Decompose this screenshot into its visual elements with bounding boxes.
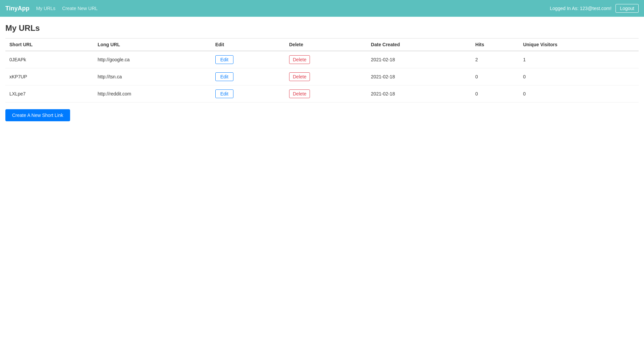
col-edit: Edit — [211, 39, 285, 51]
short-url-cell: LXLpe7 — [5, 85, 94, 103]
date-created-cell: 2021-02-18 — [367, 68, 471, 85]
col-hits: Hits — [471, 39, 519, 51]
date-created-cell: 2021-02-18 — [367, 51, 471, 68]
hits-cell: 0 — [471, 85, 519, 103]
logged-in-label: Logged In As: 123@test.com! — [550, 6, 611, 11]
short-url-cell: xKP7UP — [5, 68, 94, 85]
unique-visitors-cell: 1 — [519, 51, 639, 68]
edit-cell: Edit — [211, 85, 285, 103]
col-short-url: Short URL — [5, 39, 94, 51]
col-long-url: Long URL — [94, 39, 211, 51]
logout-button[interactable]: Logout — [615, 4, 639, 13]
navbar-left: TinyApp My URLs Create New URL — [5, 5, 98, 12]
hits-cell: 0 — [471, 68, 519, 85]
edit-cell: Edit — [211, 51, 285, 68]
long-url-cell: http://reddit.com — [94, 85, 211, 103]
delete-button[interactable]: Delete — [289, 89, 310, 98]
table-body: 0JEAPk http://google.ca Edit Delete 2021… — [5, 51, 639, 103]
main-content: My URLs Short URL Long URL Edit Delete D… — [0, 17, 644, 128]
hits-cell: 2 — [471, 51, 519, 68]
navbar-brand[interactable]: TinyApp — [5, 5, 30, 12]
nav-create-new-url[interactable]: Create New URL — [62, 6, 98, 11]
table-row: 0JEAPk http://google.ca Edit Delete 2021… — [5, 51, 639, 68]
col-delete: Delete — [285, 39, 367, 51]
url-table: Short URL Long URL Edit Delete Date Crea… — [5, 38, 639, 103]
navbar: TinyApp My URLs Create New URL Logged In… — [0, 0, 644, 17]
edit-button[interactable]: Edit — [215, 55, 233, 64]
page-title: My URLs — [5, 23, 639, 33]
delete-cell: Delete — [285, 85, 367, 103]
delete-cell: Delete — [285, 51, 367, 68]
long-url-cell: http://google.ca — [94, 51, 211, 68]
col-unique-visitors: Unique Visitors — [519, 39, 639, 51]
col-date-created: Date Created — [367, 39, 471, 51]
create-new-short-link-button[interactable]: Create A New Short Link — [5, 109, 70, 121]
table-row: xKP7UP http://tsn.ca Edit Delete 2021-02… — [5, 68, 639, 85]
long-url-cell: http://tsn.ca — [94, 68, 211, 85]
edit-button[interactable]: Edit — [215, 72, 233, 81]
navbar-right: Logged In As: 123@test.com! Logout — [550, 4, 639, 13]
table-row: LXLpe7 http://reddit.com Edit Delete 202… — [5, 85, 639, 103]
edit-cell: Edit — [211, 68, 285, 85]
unique-visitors-cell: 0 — [519, 85, 639, 103]
unique-visitors-cell: 0 — [519, 68, 639, 85]
delete-cell: Delete — [285, 68, 367, 85]
table-header: Short URL Long URL Edit Delete Date Crea… — [5, 39, 639, 51]
delete-button[interactable]: Delete — [289, 72, 310, 81]
date-created-cell: 2021-02-18 — [367, 85, 471, 103]
nav-my-urls[interactable]: My URLs — [36, 6, 56, 11]
short-url-cell: 0JEAPk — [5, 51, 94, 68]
edit-button[interactable]: Edit — [215, 89, 233, 98]
delete-button[interactable]: Delete — [289, 55, 310, 64]
